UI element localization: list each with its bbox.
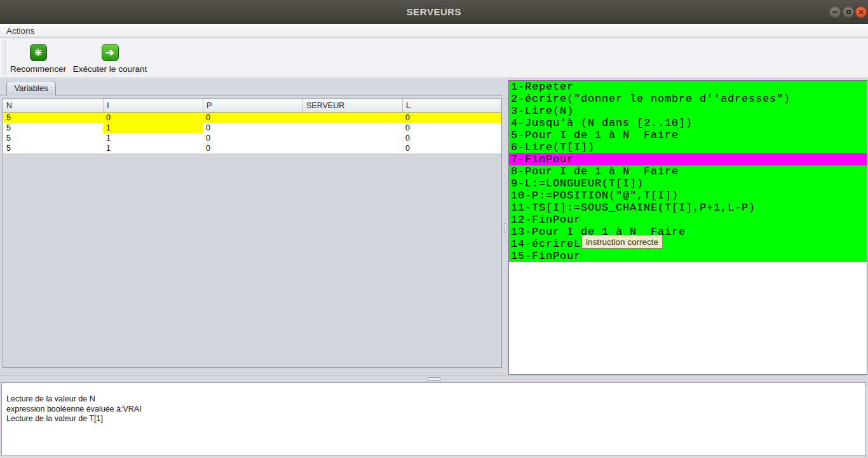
table-cell[interactable]: 0	[402, 123, 501, 133]
column-header-serveur[interactable]: SERVEUR	[302, 99, 402, 113]
tab-variables[interactable]: Variables	[6, 81, 56, 95]
table-row[interactable]: 5 0 0 0	[3, 113, 501, 123]
table-cell[interactable]: 5	[3, 123, 103, 133]
execute-current-button[interactable]: ➔ Exécuter le courant	[70, 39, 150, 74]
maximize-icon	[846, 10, 851, 14]
table-cell[interactable]: 0	[203, 123, 302, 133]
code-line[interactable]: 14-écrireL	[509, 238, 867, 250]
table-cell[interactable]: 0	[402, 143, 501, 153]
log-line: expression booléenne évaluée à:VRAI	[6, 405, 865, 415]
log-line: Lecture de la valeur de N	[6, 394, 865, 405]
log-line: Lecture de la valeur de T[1]	[6, 414, 865, 424]
code-line[interactable]: 4-Jusqu'à (N dans [2..10])	[509, 117, 867, 129]
minimize-icon	[832, 11, 837, 13]
code-line[interactable]: 2-écrire("donner le nombre d''adresses")	[509, 93, 867, 105]
code-line[interactable]: 9-L:=LONGUEUR(T[I])	[509, 177, 867, 190]
table-row[interactable]: 5 1 0 0	[3, 143, 501, 153]
code-line[interactable]: 10-P:=POSITION("@",T[I])	[509, 190, 867, 202]
code-line[interactable]: 13-Pour I de 1 à N Faire	[509, 226, 867, 238]
vertical-divider-grip-icon[interactable]	[504, 223, 506, 233]
code-line[interactable]: 3-Lire(N)	[509, 105, 867, 117]
code-line[interactable]: 1-Repeter	[509, 81, 867, 93]
code-line[interactable]: 8-Pour I de 1 à N Faire	[509, 165, 867, 177]
horizontal-split-divider[interactable]	[0, 375, 868, 382]
table-row[interactable]: 5 1 0 0	[3, 133, 501, 143]
table-cell[interactable]: 0	[203, 133, 302, 143]
main-area: Variables N I P SERVEUR L 5 0 0 0 5 1 0	[0, 78, 868, 375]
execution-log-text: Lecture de la valeur de N expression boo…	[2, 383, 865, 424]
table-header-row: N I P SERVEUR L	[3, 99, 501, 113]
column-header-p[interactable]: P	[203, 99, 302, 113]
tab-baseline	[0, 95, 505, 95]
table-cell[interactable]: 0	[402, 113, 501, 123]
menu-actions[interactable]: Actions	[6, 24, 34, 38]
execute-button-label: Exécuter le courant	[73, 64, 147, 74]
code-line[interactable]: 7-FinPour	[509, 153, 867, 165]
title-bar: SERVEURS ✕	[0, 0, 868, 24]
table-empty-area	[3, 153, 501, 367]
variables-table: N I P SERVEUR L 5 0 0 0 5 1 0 0 5	[3, 98, 502, 368]
code-line[interactable]: 6-Lire(T[I])	[509, 141, 867, 153]
maximize-button[interactable]	[843, 6, 854, 18]
restart-button[interactable]: ✳ Recommencer	[5, 39, 71, 74]
column-header-n[interactable]: N	[3, 99, 103, 113]
minimize-button[interactable]	[829, 6, 841, 18]
application-window: SERVEURS ✕ Actions ✳ Recommencer ➔ Exécu…	[0, 0, 868, 458]
code-line[interactable]: 12-FinPour	[509, 214, 867, 226]
close-icon: ✕	[858, 9, 864, 16]
algorithm-listing: 1-Repeter 2-écrire("donner le nombre d''…	[509, 81, 867, 262]
table-cell[interactable]: 5	[3, 113, 103, 123]
menu-bar: Actions	[0, 24, 868, 38]
table-cell[interactable]: 1	[103, 133, 203, 143]
window-title: SERVEURS	[0, 0, 868, 24]
table-cell[interactable]: 1	[103, 143, 203, 153]
vertical-split-divider[interactable]	[503, 80, 508, 374]
table-cell[interactable]	[302, 133, 402, 143]
table-row[interactable]: 5 1 0 0	[3, 123, 501, 133]
table-cell[interactable]: 0	[103, 113, 203, 123]
algorithm-panel: 1-Repeter 2-écrire("donner le nombre d''…	[508, 80, 867, 375]
table-cell[interactable]: 5	[3, 143, 103, 153]
column-header-l[interactable]: L	[402, 99, 501, 113]
table-cell[interactable]: 0	[402, 133, 501, 143]
table-cell[interactable]	[302, 123, 402, 133]
toolbar: ✳ Recommencer ➔ Exécuter le courant	[0, 38, 868, 78]
code-line[interactable]: 15-FinPour	[509, 250, 867, 262]
table-cell[interactable]: 0	[203, 113, 302, 123]
restart-burst-icon: ✳	[30, 44, 47, 61]
code-line[interactable]: 11-TS[I]:=SOUS_CHAINE(T[I],P+1,L-P)	[509, 202, 867, 214]
table-cell[interactable]: 0	[203, 143, 302, 153]
table-cell[interactable]	[302, 143, 402, 153]
instruction-tooltip: instruction correcte	[581, 235, 663, 249]
horizontal-divider-grip-icon[interactable]	[427, 377, 441, 381]
table-cell[interactable]: 5	[3, 133, 103, 143]
table-cell[interactable]: 1	[103, 123, 203, 133]
column-header-i[interactable]: I	[103, 99, 203, 113]
close-button[interactable]: ✕	[855, 6, 867, 18]
execution-log-panel: Lecture de la valeur de N expression boo…	[1, 382, 866, 456]
code-line[interactable]: 5-Pour I de 1 à N Faire	[509, 129, 867, 141]
restart-button-label: Recommencer	[10, 64, 66, 74]
run-arrow-icon: ➔	[102, 44, 119, 61]
table-cell[interactable]	[302, 113, 402, 123]
